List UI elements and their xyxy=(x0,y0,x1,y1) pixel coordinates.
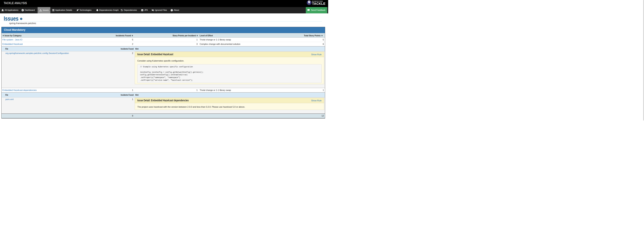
svg-text:?: ? xyxy=(171,10,172,11)
svg-text:JPA: JPA xyxy=(141,10,143,11)
